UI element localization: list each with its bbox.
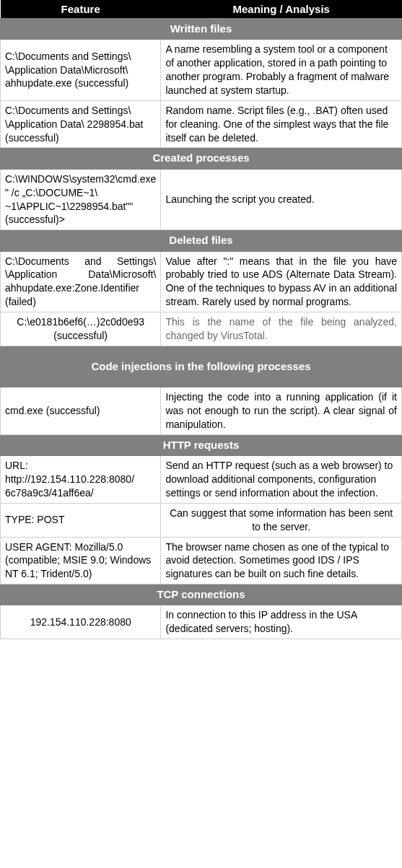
- table-row: C:\e0181b6ef6(…)2c0d0e93 (successful)Thi…: [1, 312, 402, 346]
- table-row: 192.154.110.228:8080In connection to thi…: [1, 605, 402, 639]
- table-row: cmd.exe (successful)Injecting the code i…: [1, 387, 402, 435]
- section-header: Deleted files: [1, 230, 402, 251]
- meaning-cell: Launching the script you created.: [161, 169, 402, 230]
- table-row: C:\Documents and Settings\ \Application …: [1, 251, 402, 312]
- section-title: Deleted files: [1, 230, 402, 251]
- table-row: C:\WINDOWS\system32\cmd.exe" /c „C:\DOCU…: [1, 169, 402, 230]
- section-header: HTTP requests: [1, 434, 402, 455]
- meaning-cell: Injecting the code into a running applic…: [161, 387, 402, 435]
- meaning-cell: In connection to this IP address in the …: [161, 605, 402, 639]
- meaning-cell: Can suggest that some information has be…: [161, 503, 402, 537]
- feature-cell: C:\e0181b6ef6(…)2c0d0e93 (successful): [1, 312, 161, 346]
- table-row: USER AGENT: Mozilla/5.0 (compatible; MSI…: [1, 537, 402, 584]
- feature-cell: C:\Documents and Settings\ \Application …: [1, 100, 161, 148]
- section-header: Code injections in the following process…: [1, 346, 402, 387]
- header-meaning: Meaning / Analysis: [161, 0, 402, 19]
- feature-cell: 192.154.110.228:8080: [1, 605, 161, 639]
- meaning-cell: The browser name chosen as one of the ty…: [161, 537, 402, 584]
- feature-cell: cmd.exe (successful): [1, 387, 161, 435]
- section-header: TCP connections: [1, 584, 402, 605]
- section-title: TCP connections: [1, 584, 402, 605]
- analysis-table: Feature Meaning / Analysis Written files…: [0, 0, 402, 639]
- section-header: Created processes: [1, 148, 402, 169]
- table-row: URL: http://192.154.110.228:8080/ 6c78a9…: [1, 456, 402, 504]
- section-header: Written files: [1, 19, 402, 40]
- feature-cell: C:\Documents and Settings\ \Application …: [1, 251, 161, 312]
- meaning-cell: This is the name of the file being analy…: [161, 312, 402, 346]
- meaning-cell: Send an HTTP request (such as a web brow…: [161, 456, 402, 504]
- table-row: TYPE: POSTCan suggest that some informat…: [1, 503, 402, 537]
- feature-cell: C:\Documents and Settings\ \Application …: [1, 40, 161, 101]
- feature-cell: TYPE: POST: [1, 503, 161, 537]
- meaning-cell: A name resembling a system tool or a com…: [161, 40, 402, 101]
- feature-cell: USER AGENT: Mozilla/5.0 (compatible; MSI…: [1, 537, 161, 584]
- section-title: Created processes: [1, 148, 402, 169]
- header-row: Feature Meaning / Analysis: [1, 0, 402, 19]
- section-title: Written files: [1, 19, 402, 40]
- table-row: C:\Documents and Settings\ \Application …: [1, 40, 402, 101]
- section-title: HTTP requests: [1, 434, 402, 455]
- feature-cell: C:\WINDOWS\system32\cmd.exe" /c „C:\DOCU…: [1, 169, 161, 230]
- meaning-cell: Random name. Script files (e.g., .BAT) o…: [161, 100, 402, 148]
- meaning-cell: Value after ":" means that in the file y…: [161, 251, 402, 312]
- header-feature: Feature: [1, 0, 161, 19]
- section-title: Code injections in the following process…: [1, 346, 402, 387]
- feature-cell: URL: http://192.154.110.228:8080/ 6c78a9…: [1, 456, 161, 504]
- table-row: C:\Documents and Settings\ \Application …: [1, 100, 402, 148]
